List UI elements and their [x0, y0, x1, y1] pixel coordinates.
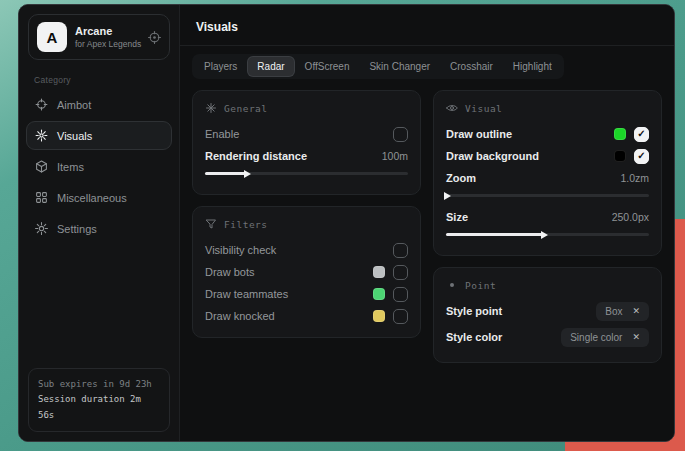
setting-row: Draw teammates [205, 283, 408, 305]
cube-icon [35, 160, 48, 173]
sidebar-item-aimbot[interactable]: Aimbot [26, 90, 172, 119]
slider-fill [446, 233, 543, 236]
panel-visual: VisualDraw outline✓Draw background✓Zoom1… [433, 90, 662, 256]
slider-thumb[interactable] [244, 170, 251, 178]
setting-row: Size250.0px [446, 206, 649, 228]
panel-filters: FiltersVisibility checkDraw botsDraw tea… [192, 206, 421, 338]
setting-label: Zoom [446, 172, 476, 184]
chip-value: Box [605, 306, 622, 317]
select-chip[interactable]: Box✕ [596, 302, 649, 321]
funnel-icon [205, 218, 217, 230]
panel-title: Visual [465, 103, 502, 114]
sidebar-item-label: Aimbot [57, 99, 91, 111]
sidebar-item-label: Miscellaneous [57, 192, 127, 204]
panel-title: General [224, 103, 268, 114]
sidebar-item-visuals[interactable]: Visuals [26, 121, 172, 150]
panel-header: General [205, 102, 408, 114]
slider-track[interactable] [446, 233, 649, 236]
sidebar-item-label: Visuals [57, 130, 92, 142]
setting-row: Draw outline✓ [446, 123, 649, 145]
setting-label: Draw bots [205, 266, 255, 278]
main-area: Visuals PlayersRadarOffScreenSkin Change… [180, 5, 674, 441]
point-icon [446, 279, 458, 291]
setting-row: Rendering distance100m [205, 145, 408, 167]
gear-icon [35, 222, 48, 235]
sidebar-item-label: Items [57, 161, 84, 173]
setting-row: Style pointBox✕ [446, 300, 649, 322]
setting-value: 250.0px [612, 211, 649, 223]
slider-track[interactable] [446, 194, 649, 197]
setting-row: Zoom1.0zm [446, 167, 649, 189]
page-title: Visuals [196, 20, 238, 34]
checkbox[interactable] [393, 287, 408, 302]
eye-icon [446, 102, 458, 114]
setting-value: 1.0zm [620, 172, 649, 184]
setting-label: Draw outline [446, 128, 512, 140]
right-column: VisualDraw outline✓Draw background✓Zoom1… [433, 90, 662, 363]
sparkle-icon [205, 102, 217, 114]
checkbox[interactable]: ✓ [634, 127, 649, 142]
setting-label: Draw knocked [205, 310, 275, 322]
panel-title: Filters [224, 219, 268, 230]
setting-row: Enable [205, 123, 408, 145]
app-title-block: Arcane for Apex Legends [75, 25, 140, 49]
sidebar-header: A Arcane for Apex Legends [28, 14, 170, 60]
target-icon[interactable] [148, 31, 161, 44]
slider-thumb[interactable] [444, 192, 451, 200]
setting-label: Size [446, 211, 468, 223]
setting-row: Draw knocked [205, 305, 408, 327]
setting-row: Visibility check [205, 239, 408, 261]
grid-icon [35, 191, 48, 204]
tab-skin-changer[interactable]: Skin Changer [360, 57, 439, 76]
slider-thumb[interactable] [541, 231, 548, 239]
setting-label: Rendering distance [205, 150, 307, 162]
setting-label: Enable [205, 128, 239, 140]
tab-bar: PlayersRadarOffScreenSkin ChangerCrossha… [192, 54, 564, 79]
checkbox[interactable]: ✓ [634, 149, 649, 164]
setting-value: 100m [382, 150, 408, 162]
close-icon[interactable]: ✕ [632, 306, 640, 316]
panel-point: PointStyle pointBox✕Style colorSingle co… [433, 267, 662, 363]
close-icon[interactable]: ✕ [632, 332, 640, 342]
color-swatch[interactable] [373, 310, 385, 322]
setting-label: Draw background [446, 150, 539, 162]
sub-expires-text: Sub expires in 9d 23h [38, 377, 160, 392]
setting-row: Style colorSingle color✕ [446, 326, 649, 348]
color-swatch[interactable] [373, 288, 385, 300]
panel-header: Point [446, 279, 649, 291]
subscription-info: Sub expires in 9d 23h Session duration 2… [28, 368, 170, 432]
app-window: A Arcane for Apex Legends Category Aimbo… [18, 4, 675, 442]
sidebar-item-items[interactable]: Items [26, 152, 172, 181]
color-swatch[interactable] [614, 150, 626, 162]
select-chip[interactable]: Single color✕ [561, 328, 649, 347]
desktop: { "desktop": { "teal": "#4a9a89", "red":… [0, 0, 685, 451]
setting-label: Draw teammates [205, 288, 288, 300]
checkbox[interactable] [393, 309, 408, 324]
setting-label: Style color [446, 331, 502, 343]
color-swatch[interactable] [373, 266, 385, 278]
checkbox[interactable] [393, 265, 408, 280]
color-swatch[interactable] [614, 128, 626, 140]
sidebar-item-settings[interactable]: Settings [26, 214, 172, 243]
sidebar-nav: AimbotVisualsItemsMiscellaneousSettings [19, 90, 179, 243]
tab-players[interactable]: Players [195, 57, 246, 76]
checkbox[interactable] [393, 243, 408, 258]
setting-label: Style point [446, 305, 502, 317]
app-name: Arcane [75, 25, 140, 37]
setting-row: Draw bots [205, 261, 408, 283]
slider-fill [205, 172, 246, 175]
app-subtitle: for Apex Legends [75, 39, 140, 49]
panel-header: Visual [446, 102, 649, 114]
tab-radar[interactable]: Radar [248, 57, 293, 76]
tab-offscreen[interactable]: OffScreen [296, 57, 359, 76]
category-label: Category [34, 75, 179, 85]
slider-track[interactable] [205, 172, 408, 175]
tab-highlight[interactable]: Highlight [504, 57, 561, 76]
crosshair-icon [35, 98, 48, 111]
setting-label: Visibility check [205, 244, 276, 256]
checkbox[interactable] [393, 127, 408, 142]
session-duration-text: Session duration 2m 56s [38, 392, 160, 423]
sidebar-item-miscellaneous[interactable]: Miscellaneous [26, 183, 172, 212]
tab-crosshair[interactable]: Crosshair [441, 57, 502, 76]
radar-eye-icon [35, 129, 48, 142]
